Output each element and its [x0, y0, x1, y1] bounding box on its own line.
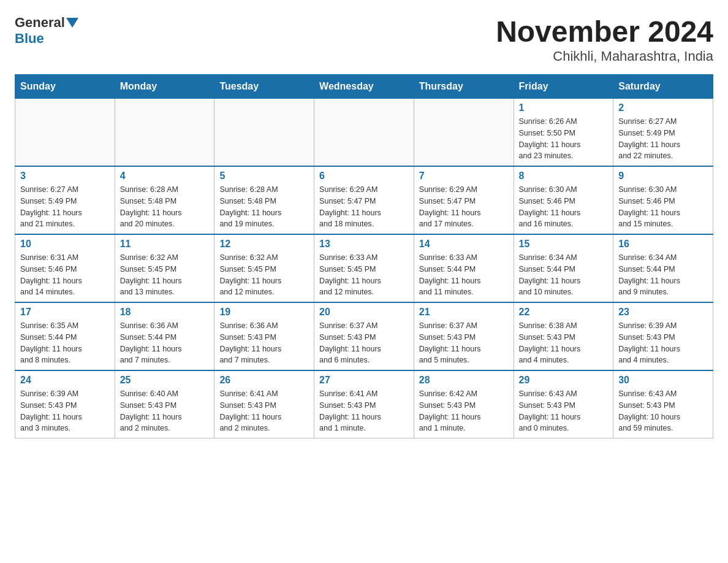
- table-row: 12Sunrise: 6:32 AMSunset: 5:45 PMDayligh…: [214, 234, 314, 302]
- month-year-title: November 2024: [496, 15, 713, 48]
- day-info: Sunrise: 6:32 AMSunset: 5:45 PMDaylight:…: [219, 252, 309, 298]
- calendar-week-row: 24Sunrise: 6:39 AMSunset: 5:43 PMDayligh…: [15, 370, 713, 439]
- page-header: General Blue November 2024 Chikhli, Maha…: [15, 15, 713, 64]
- header-saturday: Saturday: [613, 75, 713, 99]
- table-row: 6Sunrise: 6:29 AMSunset: 5:47 PMDaylight…: [314, 166, 414, 234]
- table-row: 3Sunrise: 6:27 AMSunset: 5:49 PMDaylight…: [15, 166, 115, 234]
- day-number: 3: [20, 170, 110, 182]
- day-info: Sunrise: 6:38 AMSunset: 5:43 PMDaylight:…: [519, 320, 609, 366]
- day-info: Sunrise: 6:36 AMSunset: 5:43 PMDaylight:…: [219, 320, 309, 366]
- day-info: Sunrise: 6:42 AMSunset: 5:43 PMDaylight:…: [419, 388, 509, 434]
- table-row: 30Sunrise: 6:43 AMSunset: 5:43 PMDayligh…: [613, 370, 713, 439]
- day-number: 12: [219, 239, 309, 250]
- day-number: 5: [219, 170, 309, 182]
- day-info: Sunrise: 6:32 AMSunset: 5:45 PMDaylight:…: [120, 252, 210, 298]
- day-number: 30: [618, 375, 708, 386]
- table-row: 19Sunrise: 6:36 AMSunset: 5:43 PMDayligh…: [214, 302, 314, 370]
- table-row: [15, 99, 115, 167]
- table-row: 4Sunrise: 6:28 AMSunset: 5:48 PMDaylight…: [115, 166, 214, 234]
- day-number: 4: [120, 170, 210, 182]
- day-number: 11: [120, 239, 210, 250]
- day-info: Sunrise: 6:43 AMSunset: 5:43 PMDaylight:…: [519, 388, 609, 434]
- table-row: 2Sunrise: 6:27 AMSunset: 5:49 PMDaylight…: [613, 99, 713, 167]
- day-info: Sunrise: 6:29 AMSunset: 5:47 PMDaylight:…: [319, 184, 409, 230]
- header-monday: Monday: [115, 75, 214, 99]
- table-row: 7Sunrise: 6:29 AMSunset: 5:47 PMDaylight…: [414, 166, 514, 234]
- day-number: 7: [419, 170, 509, 182]
- day-number: 10: [20, 239, 110, 250]
- day-info: Sunrise: 6:29 AMSunset: 5:47 PMDaylight:…: [419, 184, 509, 230]
- day-info: Sunrise: 6:34 AMSunset: 5:44 PMDaylight:…: [519, 252, 609, 298]
- day-info: Sunrise: 6:36 AMSunset: 5:44 PMDaylight:…: [120, 320, 210, 366]
- day-info: Sunrise: 6:39 AMSunset: 5:43 PMDaylight:…: [20, 388, 110, 434]
- day-info: Sunrise: 6:37 AMSunset: 5:43 PMDaylight:…: [319, 320, 409, 366]
- table-row: 27Sunrise: 6:41 AMSunset: 5:43 PMDayligh…: [314, 370, 414, 439]
- day-info: Sunrise: 6:35 AMSunset: 5:44 PMDaylight:…: [20, 320, 110, 366]
- logo: General Blue: [15, 15, 80, 47]
- table-row: 14Sunrise: 6:33 AMSunset: 5:44 PMDayligh…: [414, 234, 514, 302]
- table-row: 23Sunrise: 6:39 AMSunset: 5:43 PMDayligh…: [613, 302, 713, 370]
- day-info: Sunrise: 6:39 AMSunset: 5:43 PMDaylight:…: [618, 320, 708, 366]
- day-number: 26: [219, 375, 309, 386]
- day-number: 24: [20, 375, 110, 386]
- day-info: Sunrise: 6:30 AMSunset: 5:46 PMDaylight:…: [519, 184, 609, 230]
- logo-general-text: General: [15, 15, 65, 31]
- day-number: 6: [319, 170, 409, 182]
- day-number: 20: [319, 307, 409, 318]
- logo-triangle-icon: [66, 18, 78, 28]
- header-friday: Friday: [514, 75, 613, 99]
- table-row: 8Sunrise: 6:30 AMSunset: 5:46 PMDaylight…: [514, 166, 613, 234]
- calendar-table: Sunday Monday Tuesday Wednesday Thursday…: [15, 74, 713, 439]
- table-row: 5Sunrise: 6:28 AMSunset: 5:48 PMDaylight…: [214, 166, 314, 234]
- day-info: Sunrise: 6:28 AMSunset: 5:48 PMDaylight:…: [219, 184, 309, 230]
- day-number: 15: [519, 239, 609, 250]
- header-tuesday: Tuesday: [214, 75, 314, 99]
- day-number: 13: [319, 239, 409, 250]
- header-sunday: Sunday: [15, 75, 115, 99]
- table-row: 26Sunrise: 6:41 AMSunset: 5:43 PMDayligh…: [214, 370, 314, 439]
- table-row: 29Sunrise: 6:43 AMSunset: 5:43 PMDayligh…: [514, 370, 613, 439]
- table-row: [214, 99, 314, 167]
- calendar-week-row: 1Sunrise: 6:26 AMSunset: 5:50 PMDaylight…: [15, 99, 713, 167]
- day-info: Sunrise: 6:33 AMSunset: 5:45 PMDaylight:…: [319, 252, 409, 298]
- table-row: 18Sunrise: 6:36 AMSunset: 5:44 PMDayligh…: [115, 302, 214, 370]
- header-wednesday: Wednesday: [314, 75, 414, 99]
- day-number: 1: [519, 102, 609, 113]
- day-info: Sunrise: 6:40 AMSunset: 5:43 PMDaylight:…: [120, 388, 210, 434]
- day-number: 14: [419, 239, 509, 250]
- day-info: Sunrise: 6:31 AMSunset: 5:46 PMDaylight:…: [20, 252, 110, 298]
- day-info: Sunrise: 6:33 AMSunset: 5:44 PMDaylight:…: [419, 252, 509, 298]
- location-subtitle: Chikhli, Maharashtra, India: [496, 48, 713, 64]
- day-info: Sunrise: 6:30 AMSunset: 5:46 PMDaylight:…: [618, 184, 708, 230]
- day-info: Sunrise: 6:28 AMSunset: 5:48 PMDaylight:…: [120, 184, 210, 230]
- table-row: 25Sunrise: 6:40 AMSunset: 5:43 PMDayligh…: [115, 370, 214, 439]
- day-info: Sunrise: 6:41 AMSunset: 5:43 PMDaylight:…: [219, 388, 309, 434]
- calendar-header-row: Sunday Monday Tuesday Wednesday Thursday…: [15, 75, 713, 99]
- day-info: Sunrise: 6:27 AMSunset: 5:49 PMDaylight:…: [618, 116, 708, 162]
- table-row: 15Sunrise: 6:34 AMSunset: 5:44 PMDayligh…: [514, 234, 613, 302]
- table-row: 24Sunrise: 6:39 AMSunset: 5:43 PMDayligh…: [15, 370, 115, 439]
- day-number: 2: [618, 102, 708, 113]
- day-number: 17: [20, 307, 110, 318]
- day-info: Sunrise: 6:26 AMSunset: 5:50 PMDaylight:…: [519, 116, 609, 162]
- table-row: 13Sunrise: 6:33 AMSunset: 5:45 PMDayligh…: [314, 234, 414, 302]
- day-number: 21: [419, 307, 509, 318]
- table-row: 16Sunrise: 6:34 AMSunset: 5:44 PMDayligh…: [613, 234, 713, 302]
- calendar-week-row: 10Sunrise: 6:31 AMSunset: 5:46 PMDayligh…: [15, 234, 713, 302]
- table-row: 1Sunrise: 6:26 AMSunset: 5:50 PMDaylight…: [514, 99, 613, 167]
- table-row: [414, 99, 514, 167]
- table-row: [115, 99, 214, 167]
- day-info: Sunrise: 6:41 AMSunset: 5:43 PMDaylight:…: [319, 388, 409, 434]
- header-thursday: Thursday: [414, 75, 514, 99]
- day-number: 29: [519, 375, 609, 386]
- day-number: 25: [120, 375, 210, 386]
- table-row: 22Sunrise: 6:38 AMSunset: 5:43 PMDayligh…: [514, 302, 613, 370]
- table-row: [314, 99, 414, 167]
- day-number: 9: [618, 170, 708, 182]
- day-number: 23: [618, 307, 708, 318]
- day-number: 28: [419, 375, 509, 386]
- day-info: Sunrise: 6:37 AMSunset: 5:43 PMDaylight:…: [419, 320, 509, 366]
- table-row: 28Sunrise: 6:42 AMSunset: 5:43 PMDayligh…: [414, 370, 514, 439]
- day-number: 8: [519, 170, 609, 182]
- calendar-week-row: 3Sunrise: 6:27 AMSunset: 5:49 PMDaylight…: [15, 166, 713, 234]
